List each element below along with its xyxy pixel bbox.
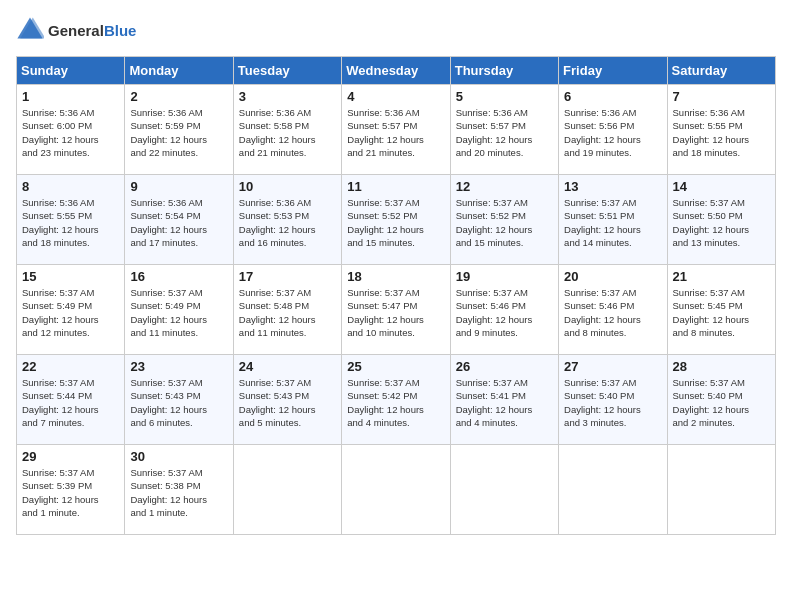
- week-row-4: 22Sunrise: 5:37 AMSunset: 5:44 PMDayligh…: [17, 355, 776, 445]
- calendar-cell-empty-4-6: [667, 445, 775, 535]
- calendar-cell-7: 7Sunrise: 5:36 AMSunset: 5:55 PMDaylight…: [667, 85, 775, 175]
- day-number: 19: [456, 269, 553, 284]
- calendar-cell-22: 22Sunrise: 5:37 AMSunset: 5:44 PMDayligh…: [17, 355, 125, 445]
- calendar-cell-18: 18Sunrise: 5:37 AMSunset: 5:47 PMDayligh…: [342, 265, 450, 355]
- day-number: 26: [456, 359, 553, 374]
- day-number: 16: [130, 269, 227, 284]
- day-number: 27: [564, 359, 661, 374]
- logo-general: GeneralBlue: [48, 22, 136, 39]
- day-info: Sunrise: 5:37 AMSunset: 5:40 PMDaylight:…: [564, 376, 661, 429]
- column-header-saturday: Saturday: [667, 57, 775, 85]
- day-info: Sunrise: 5:36 AMSunset: 5:55 PMDaylight:…: [673, 106, 770, 159]
- calendar-cell-3: 3Sunrise: 5:36 AMSunset: 5:58 PMDaylight…: [233, 85, 341, 175]
- day-info: Sunrise: 5:36 AMSunset: 5:53 PMDaylight:…: [239, 196, 336, 249]
- day-number: 30: [130, 449, 227, 464]
- day-number: 4: [347, 89, 444, 104]
- day-info: Sunrise: 5:37 AMSunset: 5:49 PMDaylight:…: [22, 286, 119, 339]
- day-info: Sunrise: 5:36 AMSunset: 5:54 PMDaylight:…: [130, 196, 227, 249]
- day-info: Sunrise: 5:37 AMSunset: 5:46 PMDaylight:…: [564, 286, 661, 339]
- day-number: 17: [239, 269, 336, 284]
- calendar-cell-empty-4-4: [450, 445, 558, 535]
- calendar-cell-28: 28Sunrise: 5:37 AMSunset: 5:40 PMDayligh…: [667, 355, 775, 445]
- calendar-cell-4: 4Sunrise: 5:36 AMSunset: 5:57 PMDaylight…: [342, 85, 450, 175]
- day-number: 5: [456, 89, 553, 104]
- calendar-cell-1: 1Sunrise: 5:36 AMSunset: 6:00 PMDaylight…: [17, 85, 125, 175]
- day-number: 8: [22, 179, 119, 194]
- week-row-2: 8Sunrise: 5:36 AMSunset: 5:55 PMDaylight…: [17, 175, 776, 265]
- calendar-cell-24: 24Sunrise: 5:37 AMSunset: 5:43 PMDayligh…: [233, 355, 341, 445]
- day-number: 18: [347, 269, 444, 284]
- column-header-friday: Friday: [559, 57, 667, 85]
- day-number: 3: [239, 89, 336, 104]
- calendar-cell-13: 13Sunrise: 5:37 AMSunset: 5:51 PMDayligh…: [559, 175, 667, 265]
- calendar-cell-empty-4-2: [233, 445, 341, 535]
- week-row-5: 29Sunrise: 5:37 AMSunset: 5:39 PMDayligh…: [17, 445, 776, 535]
- day-info: Sunrise: 5:36 AMSunset: 5:58 PMDaylight:…: [239, 106, 336, 159]
- calendar-cell-12: 12Sunrise: 5:37 AMSunset: 5:52 PMDayligh…: [450, 175, 558, 265]
- calendar-cell-empty-4-3: [342, 445, 450, 535]
- day-number: 29: [22, 449, 119, 464]
- day-info: Sunrise: 5:37 AMSunset: 5:48 PMDaylight:…: [239, 286, 336, 339]
- logo: GeneralBlue: [16, 16, 136, 44]
- calendar-cell-29: 29Sunrise: 5:37 AMSunset: 5:39 PMDayligh…: [17, 445, 125, 535]
- day-info: Sunrise: 5:36 AMSunset: 5:56 PMDaylight:…: [564, 106, 661, 159]
- calendar-header-row: SundayMondayTuesdayWednesdayThursdayFrid…: [17, 57, 776, 85]
- day-info: Sunrise: 5:37 AMSunset: 5:47 PMDaylight:…: [347, 286, 444, 339]
- calendar-cell-16: 16Sunrise: 5:37 AMSunset: 5:49 PMDayligh…: [125, 265, 233, 355]
- calendar-cell-19: 19Sunrise: 5:37 AMSunset: 5:46 PMDayligh…: [450, 265, 558, 355]
- day-number: 13: [564, 179, 661, 194]
- calendar-cell-23: 23Sunrise: 5:37 AMSunset: 5:43 PMDayligh…: [125, 355, 233, 445]
- day-number: 9: [130, 179, 227, 194]
- day-info: Sunrise: 5:37 AMSunset: 5:43 PMDaylight:…: [130, 376, 227, 429]
- day-number: 10: [239, 179, 336, 194]
- logo-icon: [16, 16, 44, 44]
- day-info: Sunrise: 5:37 AMSunset: 5:43 PMDaylight:…: [239, 376, 336, 429]
- calendar-cell-25: 25Sunrise: 5:37 AMSunset: 5:42 PMDayligh…: [342, 355, 450, 445]
- day-number: 11: [347, 179, 444, 194]
- column-header-wednesday: Wednesday: [342, 57, 450, 85]
- day-number: 2: [130, 89, 227, 104]
- day-info: Sunrise: 5:37 AMSunset: 5:41 PMDaylight:…: [456, 376, 553, 429]
- week-row-1: 1Sunrise: 5:36 AMSunset: 6:00 PMDaylight…: [17, 85, 776, 175]
- day-info: Sunrise: 5:36 AMSunset: 5:59 PMDaylight:…: [130, 106, 227, 159]
- calendar-cell-empty-4-5: [559, 445, 667, 535]
- calendar-cell-17: 17Sunrise: 5:37 AMSunset: 5:48 PMDayligh…: [233, 265, 341, 355]
- calendar-cell-10: 10Sunrise: 5:36 AMSunset: 5:53 PMDayligh…: [233, 175, 341, 265]
- calendar-cell-27: 27Sunrise: 5:37 AMSunset: 5:40 PMDayligh…: [559, 355, 667, 445]
- calendar-cell-21: 21Sunrise: 5:37 AMSunset: 5:45 PMDayligh…: [667, 265, 775, 355]
- day-info: Sunrise: 5:37 AMSunset: 5:44 PMDaylight:…: [22, 376, 119, 429]
- day-info: Sunrise: 5:37 AMSunset: 5:39 PMDaylight:…: [22, 466, 119, 519]
- calendar-cell-14: 14Sunrise: 5:37 AMSunset: 5:50 PMDayligh…: [667, 175, 775, 265]
- calendar-cell-20: 20Sunrise: 5:37 AMSunset: 5:46 PMDayligh…: [559, 265, 667, 355]
- day-number: 25: [347, 359, 444, 374]
- day-number: 21: [673, 269, 770, 284]
- header: GeneralBlue: [16, 16, 776, 44]
- day-number: 14: [673, 179, 770, 194]
- week-row-3: 15Sunrise: 5:37 AMSunset: 5:49 PMDayligh…: [17, 265, 776, 355]
- column-header-thursday: Thursday: [450, 57, 558, 85]
- day-info: Sunrise: 5:37 AMSunset: 5:40 PMDaylight:…: [673, 376, 770, 429]
- day-info: Sunrise: 5:36 AMSunset: 6:00 PMDaylight:…: [22, 106, 119, 159]
- day-number: 20: [564, 269, 661, 284]
- day-info: Sunrise: 5:37 AMSunset: 5:51 PMDaylight:…: [564, 196, 661, 249]
- day-number: 22: [22, 359, 119, 374]
- calendar-cell-2: 2Sunrise: 5:36 AMSunset: 5:59 PMDaylight…: [125, 85, 233, 175]
- day-info: Sunrise: 5:36 AMSunset: 5:57 PMDaylight:…: [456, 106, 553, 159]
- calendar-cell-30: 30Sunrise: 5:37 AMSunset: 5:38 PMDayligh…: [125, 445, 233, 535]
- day-number: 7: [673, 89, 770, 104]
- day-info: Sunrise: 5:37 AMSunset: 5:50 PMDaylight:…: [673, 196, 770, 249]
- calendar-table: SundayMondayTuesdayWednesdayThursdayFrid…: [16, 56, 776, 535]
- day-info: Sunrise: 5:37 AMSunset: 5:52 PMDaylight:…: [456, 196, 553, 249]
- day-info: Sunrise: 5:37 AMSunset: 5:38 PMDaylight:…: [130, 466, 227, 519]
- day-number: 28: [673, 359, 770, 374]
- calendar-cell-11: 11Sunrise: 5:37 AMSunset: 5:52 PMDayligh…: [342, 175, 450, 265]
- column-header-sunday: Sunday: [17, 57, 125, 85]
- calendar-cell-15: 15Sunrise: 5:37 AMSunset: 5:49 PMDayligh…: [17, 265, 125, 355]
- calendar-cell-8: 8Sunrise: 5:36 AMSunset: 5:55 PMDaylight…: [17, 175, 125, 265]
- calendar-cell-26: 26Sunrise: 5:37 AMSunset: 5:41 PMDayligh…: [450, 355, 558, 445]
- calendar-cell-9: 9Sunrise: 5:36 AMSunset: 5:54 PMDaylight…: [125, 175, 233, 265]
- day-info: Sunrise: 5:37 AMSunset: 5:52 PMDaylight:…: [347, 196, 444, 249]
- day-info: Sunrise: 5:37 AMSunset: 5:45 PMDaylight:…: [673, 286, 770, 339]
- day-number: 1: [22, 89, 119, 104]
- day-info: Sunrise: 5:37 AMSunset: 5:49 PMDaylight:…: [130, 286, 227, 339]
